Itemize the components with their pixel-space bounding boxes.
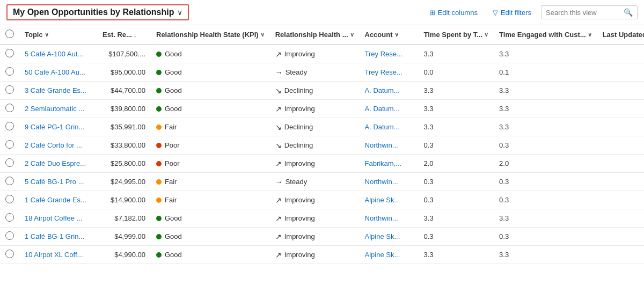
col-header-health[interactable]: Relationship Health ... ∨	[270, 25, 360, 45]
row-revenue: $4,999.00	[97, 228, 151, 246]
row-last-updated	[597, 246, 644, 264]
topic-link[interactable]: 10 Airpot XL Coff...	[25, 251, 83, 259]
topic-link[interactable]: 50 Café A-100 Au...	[25, 68, 85, 76]
edit-filters-button[interactable]: ▽ Edit filters	[487, 6, 537, 19]
topic-link[interactable]: 2 Semiautomatic ...	[25, 105, 84, 113]
col-topic-filter-icon: ∨	[45, 31, 49, 38]
row-checkbox-cell	[0, 155, 19, 173]
kpi-label: Good	[165, 68, 182, 76]
col-account-label: Account	[365, 31, 393, 39]
row-health: →Steady	[270, 63, 360, 82]
col-topic-label: Topic	[25, 31, 43, 39]
row-checkbox[interactable]	[5, 122, 14, 130]
row-checkbox[interactable]	[5, 231, 14, 240]
health-trend-icon: ↗	[275, 251, 282, 259]
topic-link[interactable]: 1 Café Grande Es...	[25, 196, 86, 204]
row-last-updated	[597, 228, 644, 246]
account-link[interactable]: Alpine Sk...	[365, 196, 400, 204]
row-engaged: 2.0	[494, 155, 597, 173]
col-time-spent-filter-icon: ∨	[484, 31, 488, 38]
col-header-updated[interactable]: Last Updated (KPI) ∨	[597, 25, 644, 45]
row-last-updated	[597, 82, 644, 100]
account-link[interactable]: Fabrikam,...	[365, 159, 402, 167]
account-link[interactable]: Trey Rese...	[365, 50, 402, 58]
row-topic: 3 Café Grande Es...	[19, 82, 97, 100]
kpi-dot-icon	[156, 161, 162, 166]
row-revenue: $24,995.00	[97, 173, 151, 191]
topic-link[interactable]: 5 Café A-100 Aut...	[25, 50, 83, 58]
table-row: 2 Café Duo Espre...$25,800.00Poor↗Improv…	[0, 155, 644, 173]
topic-link[interactable]: 2 Café Corto for ...	[25, 141, 82, 149]
row-last-updated	[597, 45, 644, 63]
row-checkbox[interactable]	[5, 177, 14, 185]
row-time-spent: 3.3	[419, 100, 494, 118]
kpi-label: Fair	[165, 178, 177, 186]
account-link[interactable]: Northwin...	[365, 178, 398, 186]
topic-link[interactable]: 3 Café Grande Es...	[25, 86, 86, 94]
topic-link[interactable]: 2 Café Duo Espre...	[25, 159, 86, 167]
col-header-kpi[interactable]: Relationship Health State (KPI) ∨	[151, 25, 270, 45]
account-link[interactable]: A. Datum...	[365, 123, 400, 131]
topic-link[interactable]: 1 Café BG-1 Grin...	[25, 232, 84, 240]
row-checkbox[interactable]	[5, 104, 14, 112]
title-dropdown[interactable]: My Open Opportunities by Relationship ∨	[6, 4, 189, 20]
row-topic: 1 Café BG-1 Grin...	[19, 228, 97, 246]
row-time-spent: 3.3	[419, 209, 494, 228]
row-checkbox[interactable]	[5, 213, 14, 222]
row-time-spent: 3.3	[419, 45, 494, 63]
health-trend-icon: ↗	[275, 50, 282, 59]
account-link[interactable]: A. Datum...	[365, 105, 400, 113]
row-revenue: $39,800.00	[97, 100, 151, 118]
col-header-engaged[interactable]: Time Engaged with Cust... ∨	[494, 25, 597, 45]
kpi-dot-icon	[156, 125, 162, 130]
topic-link[interactable]: 5 Café BG-1 Pro ...	[25, 178, 84, 186]
row-checkbox[interactable]	[5, 195, 14, 203]
row-last-updated	[597, 209, 644, 228]
col-header-time-spent[interactable]: Time Spent by T... ∨	[419, 25, 494, 45]
row-engaged: 0.3	[494, 173, 597, 191]
row-last-updated	[597, 118, 644, 136]
row-health: ↘Declining	[270, 118, 360, 136]
row-checkbox[interactable]	[5, 140, 14, 149]
kpi-label: Good	[165, 214, 182, 222]
table-row: 1 Café BG-1 Grin...$4,999.00Good↗Improvi…	[0, 228, 644, 246]
health-label: Improving	[284, 50, 315, 58]
kpi-dot-icon	[156, 234, 162, 239]
row-engaged: 3.3	[494, 118, 597, 136]
account-link[interactable]: Alpine Sk...	[365, 251, 400, 259]
row-kpi: Fair	[151, 191, 270, 209]
account-link[interactable]: Trey Rese...	[365, 68, 402, 76]
account-link[interactable]: Alpine Sk...	[365, 232, 400, 240]
kpi-dot-icon	[156, 143, 162, 148]
row-checkbox[interactable]	[5, 67, 14, 76]
row-kpi: Fair	[151, 173, 270, 191]
col-header-revenue[interactable]: Est. Re... ↓	[97, 25, 151, 45]
col-account-filter-icon: ∨	[394, 31, 399, 38]
row-checkbox[interactable]	[5, 250, 14, 258]
account-link[interactable]: A. Datum...	[365, 86, 400, 94]
account-link[interactable]: Northwin...	[365, 141, 398, 149]
edit-columns-icon: ⊞	[429, 9, 435, 17]
header-checkbox[interactable]	[5, 30, 14, 38]
row-account: Fabrikam,...	[360, 155, 419, 173]
row-checkbox[interactable]	[5, 85, 14, 94]
row-kpi: Fair	[151, 118, 270, 136]
health-trend-icon: →	[275, 178, 283, 186]
row-checkbox[interactable]	[5, 158, 14, 167]
col-header-account[interactable]: Account ∨	[360, 25, 419, 45]
topic-link[interactable]: 18 Airpot Coffee ...	[25, 214, 82, 222]
kpi-label: Poor	[165, 159, 179, 167]
row-kpi: Good	[151, 82, 270, 100]
search-input[interactable]	[546, 9, 620, 17]
row-topic: 50 Café A-100 Au...	[19, 63, 97, 82]
row-health: ↗Improving	[270, 155, 360, 173]
edit-columns-button[interactable]: ⊞ Edit columns	[424, 6, 483, 19]
account-link[interactable]: Northwin...	[365, 214, 398, 222]
edit-columns-label: Edit columns	[438, 9, 478, 17]
health-label: Improving	[284, 105, 315, 113]
topic-link[interactable]: 9 Café PG-1 Grin...	[25, 123, 84, 131]
row-revenue: $33,800.00	[97, 136, 151, 155]
health-label: Declining	[284, 86, 313, 94]
col-header-topic[interactable]: Topic ∨	[19, 25, 97, 45]
row-checkbox[interactable]	[5, 49, 14, 57]
